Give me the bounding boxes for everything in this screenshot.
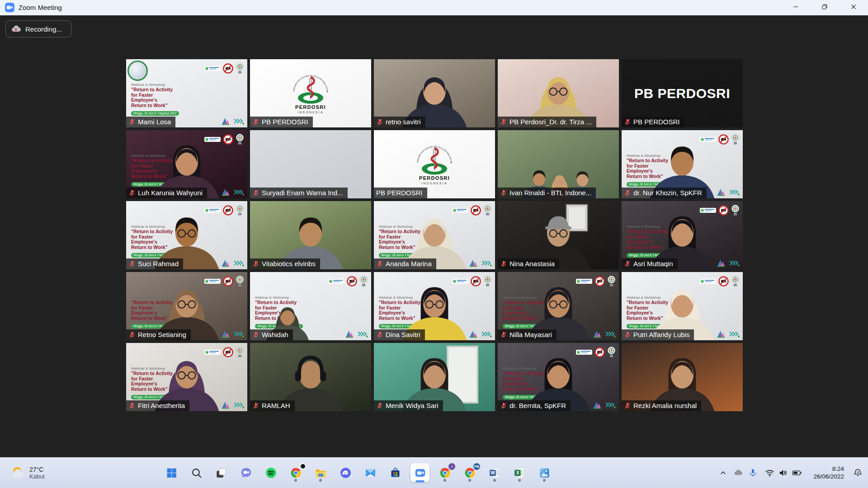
participant-name-label: PB PERDOSRI (250, 117, 313, 127)
muted-mic-icon (624, 189, 631, 197)
tray-item-microphone[interactable] (745, 463, 760, 482)
participant-tile[interactable]: Webinar & Workshop "Return to Activityfo… (498, 272, 619, 340)
participant-tile[interactable]: Rezki Amalia nurshal (622, 343, 743, 411)
muted-mic-icon (624, 118, 631, 126)
participant-tile[interactable]: Webinar & Workshop "Return to Activityfo… (622, 201, 743, 269)
svg-text:W: W (491, 470, 495, 475)
participant-tile[interactable]: Webinar & Workshop "Return to Activityfo… (250, 272, 371, 340)
participant-tile[interactable]: Webinar & Workshop "Return to Activityfo… (126, 201, 247, 269)
taskbar-item-photos[interactable] (535, 463, 554, 482)
participant-tile[interactable]: Ivan Rinaldi - BTL Indone... (498, 130, 619, 198)
recording-cloud-icon (10, 23, 21, 34)
participant-name: Menik Widya Sari (386, 402, 439, 409)
participant-tile[interactable]: Webinar & Workshop "Return to Activityfo… (622, 130, 743, 198)
participant-tile[interactable]: PB PERDOSRI PB PERDOSRI (622, 59, 743, 127)
participant-name-label: Fitri Anestherita (126, 400, 189, 411)
excel-icon: X (514, 467, 526, 479)
poster-top-badges (204, 63, 244, 74)
window-titlebar: Zoom Meeting (0, 0, 868, 15)
onedrive-icon (733, 468, 743, 478)
restore-button[interactable] (810, 0, 839, 15)
taskbar-item-file-explorer[interactable] (311, 463, 330, 482)
close-button[interactable] (839, 0, 868, 15)
participant-name: Fitri Anestherita (138, 402, 185, 409)
taskbar-item-word[interactable]: W (485, 463, 504, 482)
recording-indicator[interactable]: Recording... (5, 20, 71, 38)
poster-subtitle: Webinar & Workshop (131, 83, 182, 87)
emblem-badge-icon (236, 134, 244, 145)
muted-mic-icon (252, 331, 259, 338)
participant-name: Mami Losa (138, 118, 171, 126)
taskbar-item-excel[interactable]: X (510, 463, 529, 482)
participant-tile[interactable]: Webinar & Workshop "Return to Activityfo… (498, 343, 619, 411)
participant-tile[interactable]: Vitabiotics elvinbs (250, 201, 371, 269)
muted-mic-icon (252, 260, 259, 267)
taskbar-item-zoom[interactable] (410, 463, 429, 482)
taskbar-item-chrome-profile-i[interactable]: I (435, 463, 454, 482)
participant-name: Dina Savitri (386, 331, 420, 338)
participant-tile[interactable]: RAMLAH (250, 343, 371, 411)
poster-partner-logos (221, 116, 245, 125)
participant-name: RAMLAH (262, 402, 290, 409)
tray-clock[interactable]: 8:24 26/06/2022 (811, 465, 847, 481)
participant-tile[interactable]: Webinar & Workshop "Return to Activityfo… (126, 59, 247, 127)
participant-name: Retno Setianing (138, 331, 186, 338)
participant-tile[interactable]: Webinar & Workshop "Return to Activityfo… (126, 130, 247, 198)
participant-name-label: Rezki Amalia nurshal (622, 400, 701, 411)
participant-tile[interactable]: Nina Anastasia (498, 201, 619, 269)
participant-tile[interactable]: PB Perdosri_Dr. dr. Tirza ... (498, 59, 619, 127)
participant-tile[interactable]: Suryadi Enam Warna Ind... (250, 130, 371, 198)
poster-subtitle: Webinar & Workshop (255, 296, 306, 300)
tray-item-notification-bell[interactable]: z (850, 463, 865, 482)
taskbar-item-chrome-profile-pb[interactable]: PB (460, 463, 479, 482)
participant-tile[interactable]: Menik Widya Sari (374, 343, 495, 411)
participant-tile[interactable]: Webinar & Workshop "Return to Activityfo… (374, 272, 495, 340)
participant-tile[interactable]: Webinar & Workshop "Return to Activityfo… (622, 272, 743, 340)
taskbar-item-microsoft-store[interactable] (386, 463, 405, 482)
participant-tile[interactable]: retno savitri (374, 59, 495, 127)
tray-item-onedrive[interactable] (731, 463, 745, 482)
participant-name-label: Nilla Mayasari (498, 329, 557, 340)
participant-tile[interactable]: PERHIMPUNAN DOKTER SPESIALIS REHABILITAS… (374, 130, 495, 198)
tray-item-network-status[interactable] (760, 463, 806, 482)
participant-name-label: Menik Widya Sari (374, 400, 443, 411)
taskbar-item-discord[interactable] (336, 463, 355, 482)
participant-name-label: RAMLAH (250, 400, 295, 411)
participant-tile[interactable]: PERHIMPUNAN DOKTER SPESIALIS REHABILITAS… (250, 59, 371, 127)
start-icon (165, 467, 178, 479)
participant-name: Luh Karunia Wahyuni (138, 189, 203, 197)
participant-tile[interactable]: Webinar & Workshop "Return to Activityfo… (126, 343, 247, 411)
search-icon (190, 467, 203, 479)
app-badge (300, 463, 306, 469)
taskbar-item-teams-chat[interactable] (236, 463, 255, 482)
participant-tile[interactable]: Webinar & Workshop "Return to Activityfo… (374, 201, 495, 269)
participant-tile[interactable]: Webinar & Workshop "Return to Activityfo… (126, 272, 247, 340)
taskbar-item-mail[interactable] (361, 463, 380, 482)
minimize-button[interactable] (781, 0, 810, 15)
widgets-weather-button[interactable]: 27°C Kabut (5, 457, 50, 488)
no-photo-badge-icon (347, 276, 357, 286)
taskbar-item-search[interactable] (187, 463, 206, 482)
muted-mic-icon (128, 331, 136, 338)
weather-condition: Kabut (29, 473, 45, 480)
participant-name: Asri Muttaqin (633, 260, 673, 267)
zoom-app-icon (414, 467, 426, 479)
arrows-logo-icon (233, 189, 245, 196)
taskbar-item-spotify[interactable] (261, 463, 280, 482)
taskbar-center: IPBWX (162, 457, 554, 488)
muted-mic-icon (252, 189, 259, 197)
chart-logo-icon (221, 116, 231, 125)
taskbar-item-start[interactable] (162, 463, 181, 482)
participant-name-label: Wahidah (250, 329, 293, 340)
taskbar-item-task-view[interactable] (212, 463, 231, 482)
arrows-logo-icon (604, 402, 616, 409)
svg-text:PERDOSRI: PERDOSRI (295, 104, 326, 110)
weather-icon (10, 465, 25, 480)
tray-item-chevron-up[interactable] (716, 463, 731, 482)
bpjs-logo-icon (328, 279, 344, 284)
participant-name-label: dr. Bernita, SpKFR (498, 400, 571, 411)
taskbar-item-chrome-1[interactable] (286, 463, 305, 482)
discord-icon (340, 467, 352, 479)
poster-photo-badge (127, 61, 148, 81)
poster-partner-logos (345, 329, 368, 338)
